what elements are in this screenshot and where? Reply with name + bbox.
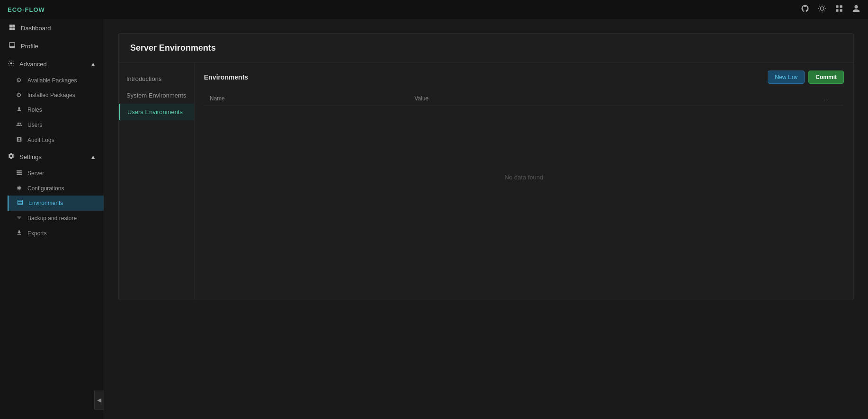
svg-line-7 (819, 11, 820, 11)
svg-rect-23 (18, 200, 22, 205)
settings-label: Settings (19, 153, 42, 160)
advanced-chevron-icon: ▲ (90, 61, 96, 68)
col-header-name: Name (210, 95, 415, 102)
configurations-label: Configurations (27, 185, 64, 192)
sidebar-item-roles[interactable]: Roles (8, 102, 104, 117)
users-icon (15, 121, 23, 129)
se-table-header: Name Value ... (204, 91, 844, 106)
svg-rect-22 (17, 174, 22, 175)
app-logo: ECO-FLOW (8, 6, 45, 13)
collapse-icon: ◀ (97, 397, 101, 403)
panel-body: Introductions System Environments Users … (119, 63, 853, 300)
sidebar-item-users[interactable]: Users (8, 117, 104, 133)
roles-icon (15, 106, 23, 114)
svg-point-19 (10, 62, 12, 64)
svg-rect-21 (17, 172, 22, 173)
sidebar-item-exports[interactable]: Exports (8, 226, 104, 241)
profile-label: Profile (21, 43, 38, 50)
server-label: Server (27, 170, 44, 177)
se-nav-introductions[interactable]: Introductions (119, 71, 194, 87)
new-env-button[interactable]: New Env (768, 71, 805, 84)
installed-packages-label: Installed Packages (27, 92, 75, 98)
dashboard-icon (8, 24, 16, 32)
topbar: ECO-FLOW (0, 0, 868, 19)
commit-button[interactable]: Commit (808, 71, 844, 84)
audit-logs-label: Audit Logs (27, 137, 54, 143)
svg-rect-11 (836, 9, 838, 12)
sidebar-settings-header[interactable]: Settings ▲ (0, 148, 104, 166)
svg-rect-10 (840, 5, 842, 8)
sidebar-item-environments[interactable]: Environments (8, 196, 104, 211)
sidebar-advanced-header[interactable]: Advanced ▲ (0, 55, 104, 73)
se-main-header: Environments New Env Commit (204, 71, 844, 84)
server-icon (15, 169, 23, 177)
sidebar-item-dashboard[interactable]: Dashboard (0, 19, 104, 37)
topbar-icons (801, 4, 860, 15)
se-main: Environments New Env Commit Name Value .… (195, 63, 853, 300)
environments-section-title: Environments (204, 73, 248, 81)
advanced-subitems: ⚙ Available Packages ⚙ Installed Package… (0, 73, 104, 148)
installed-packages-icon: ⚙ (15, 91, 23, 98)
svg-line-3 (819, 6, 820, 6)
se-empty-state: No data found (204, 106, 844, 248)
settings-icon (8, 152, 15, 161)
sidebar-item-profile[interactable]: Profile (0, 37, 104, 55)
svg-rect-9 (836, 5, 838, 8)
sidebar-item-available-packages[interactable]: ⚙ Available Packages (8, 73, 104, 88)
sidebar-item-server[interactable]: Server (8, 166, 104, 181)
sidebar-item-audit-logs[interactable]: Audit Logs (8, 133, 104, 148)
settings-chevron-icon: ▲ (90, 153, 96, 160)
se-nav: Introductions System Environments Users … (119, 63, 195, 300)
col-header-actions: ... (824, 95, 838, 102)
svg-rect-17 (9, 43, 14, 47)
svg-line-8 (824, 6, 825, 6)
sidebar-item-configurations[interactable]: ✱ Configurations (8, 181, 104, 196)
se-nav-system-environments[interactable]: System Environments (119, 87, 194, 104)
svg-rect-12 (840, 9, 842, 12)
configurations-icon: ✱ (15, 185, 23, 192)
backup-restore-icon (15, 214, 23, 222)
se-main-buttons: New Env Commit (768, 71, 844, 84)
se-nav-users-environments[interactable]: Users Environments (119, 104, 194, 120)
svg-point-0 (820, 7, 824, 10)
settings-left: Settings (8, 152, 42, 161)
grid-icon[interactable] (835, 4, 843, 15)
sidebar: Dashboard Profile Advanced ▲ ⚙ Available… (0, 19, 104, 419)
environments-label: Environments (28, 200, 63, 206)
advanced-left: Advanced (8, 60, 47, 68)
roles-label: Roles (27, 107, 42, 113)
available-packages-label: Available Packages (27, 77, 77, 84)
main-layout: Dashboard Profile Advanced ▲ ⚙ Available… (0, 19, 868, 419)
sidebar-collapse-button[interactable]: ◀ (94, 391, 104, 410)
dashboard-label: Dashboard (21, 25, 51, 32)
sidebar-item-backup-restore[interactable]: Backup and restore (8, 211, 104, 226)
sidebar-item-installed-packages[interactable]: ⚙ Installed Packages (8, 88, 104, 102)
content-area: Server Environments Introductions System… (104, 19, 868, 419)
panel-title: Server Environments (119, 34, 853, 63)
empty-message: No data found (505, 174, 543, 181)
users-label: Users (27, 122, 42, 128)
col-header-value: Value (415, 95, 824, 102)
github-icon[interactable] (801, 4, 809, 15)
exports-label: Exports (27, 230, 47, 237)
advanced-label: Advanced (19, 61, 47, 68)
profile-icon (8, 42, 16, 50)
svg-rect-16 (12, 27, 15, 30)
audit-logs-icon (15, 136, 23, 144)
settings-subitems: Server ✱ Configurations Environments Bac… (0, 166, 104, 241)
svg-line-4 (824, 11, 825, 11)
available-packages-icon: ⚙ (15, 77, 23, 84)
svg-rect-14 (12, 25, 15, 27)
backup-restore-label: Backup and restore (27, 215, 77, 222)
sun-icon[interactable] (818, 4, 826, 15)
exports-icon (15, 230, 23, 237)
server-environments-panel: Server Environments Introductions System… (118, 33, 854, 300)
svg-rect-20 (17, 170, 22, 172)
svg-rect-15 (9, 27, 11, 30)
svg-rect-13 (9, 25, 11, 27)
user-icon[interactable] (852, 4, 860, 15)
advanced-icon (8, 60, 15, 68)
environments-icon (16, 199, 24, 207)
